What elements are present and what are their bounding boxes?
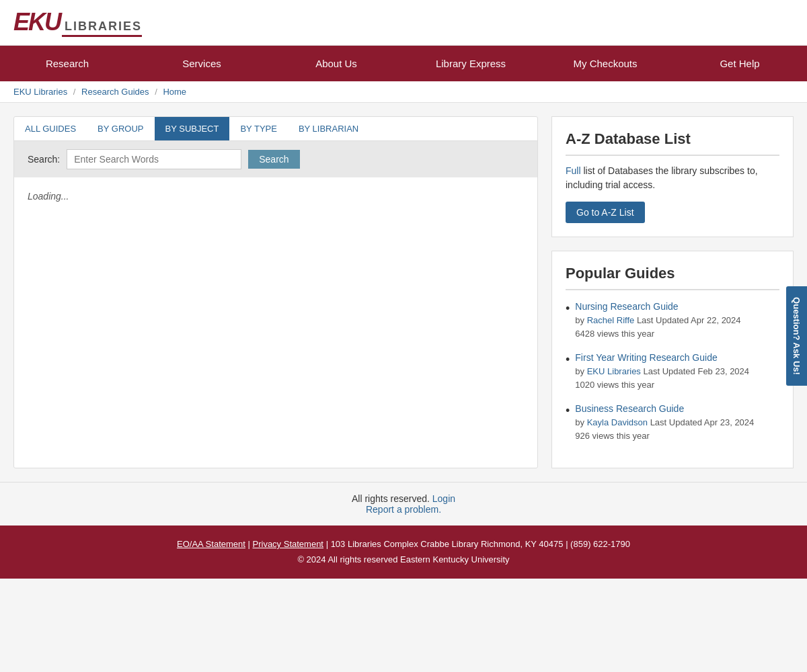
breadcrumb: EKU Libraries / Research Guides / Home (0, 81, 807, 103)
guide-author-writing[interactable]: EKU Libraries (587, 366, 641, 376)
guide-author-label-1: by (575, 315, 584, 325)
guide-author-business[interactable]: Kayla Davidson (587, 417, 648, 427)
az-list-button[interactable]: Go to A-Z List (566, 202, 645, 223)
az-database-full-link[interactable]: Full (566, 165, 581, 176)
guide-item-nursing: • Nursing Research Guide by Rachel Riffe… (566, 301, 779, 340)
guide-updated-business: Last Updated Apr 23, 2024 (650, 417, 755, 427)
nav-item-services[interactable]: Services (134, 46, 269, 81)
footer-eo-aa-link[interactable]: EO/AA Statement (177, 539, 245, 549)
guide-meta-writing: by EKU Libraries Last Updated Feb 23, 20… (575, 365, 749, 391)
az-database-desc: Full list of Databases the library subsc… (566, 164, 779, 192)
guide-item-business: • Business Research Guide by Kayla David… (566, 403, 779, 442)
footer-rights-text: All rights reserved. (352, 493, 430, 504)
guide-author-label-3: by (575, 417, 584, 427)
popular-guides-title: Popular Guides (566, 265, 779, 290)
logo-area: EKU LIBRARIES (13, 8, 142, 37)
search-bar: Search: Search (14, 141, 537, 177)
tab-by-librarian[interactable]: BY LIBRARIAN (288, 117, 369, 140)
footer-links: All rights reserved. Login Report a prob… (0, 482, 807, 526)
guide-content-business: Business Research Guide by Kayla Davidso… (575, 403, 754, 442)
guide-link-business[interactable]: Business Research Guide (575, 403, 754, 414)
breadcrumb-separator-1: / (73, 87, 78, 97)
tab-by-group[interactable]: BY GROUP (87, 117, 154, 140)
breadcrumb-eku-libraries[interactable]: EKU Libraries (13, 87, 67, 97)
nav-item-about-us[interactable]: About Us (269, 46, 404, 81)
ask-us-button[interactable]: Question? Ask Us! (786, 286, 807, 386)
logo-libraries: LIBRARIES (65, 19, 142, 34)
tab-all-guides[interactable]: ALL GUIDES (14, 117, 87, 140)
tab-by-type[interactable]: BY TYPE (229, 117, 287, 140)
guide-author-label-2: by (575, 366, 584, 376)
bullet-icon-1: • (566, 302, 570, 340)
search-label: Search: (28, 154, 60, 165)
footer-report-link[interactable]: Report a problem. (366, 504, 441, 515)
guide-link-nursing[interactable]: Nursing Research Guide (575, 301, 740, 312)
guide-views-business: 926 views this year (575, 431, 650, 441)
footer-address: 103 Libraries Complex Crabbe Library Ric… (331, 539, 630, 549)
guide-content-writing: First Year Writing Research Guide by EKU… (575, 352, 749, 391)
footer-copyright: © 2024 All rights reserved Eastern Kentu… (11, 552, 796, 567)
nav-item-my-checkouts[interactable]: My Checkouts (538, 46, 672, 81)
footer-privacy-link[interactable]: Privacy Statement (253, 539, 324, 549)
guide-meta-nursing: by Rachel Riffe Last Updated Apr 22, 202… (575, 314, 740, 340)
guide-author-nursing[interactable]: Rachel Riffe (587, 315, 635, 325)
tab-by-subject[interactable]: BY SUBJECT (155, 117, 230, 140)
footer-separator-2: | (326, 539, 331, 549)
az-database-section: A-Z Database List Full list of Databases… (551, 116, 794, 237)
search-input[interactable] (67, 149, 241, 169)
main-nav: Research Services About Us Library Expre… (0, 46, 807, 81)
az-database-title: A-Z Database List (566, 130, 779, 156)
guides-panel: ALL GUIDES BY GROUP BY SUBJECT BY TYPE B… (13, 116, 538, 468)
nav-item-library-express[interactable]: Library Express (404, 46, 538, 81)
right-panel: A-Z Database List Full list of Databases… (551, 116, 794, 468)
tabs-bar: ALL GUIDES BY GROUP BY SUBJECT BY TYPE B… (14, 117, 537, 141)
guide-link-writing[interactable]: First Year Writing Research Guide (575, 352, 749, 363)
breadcrumb-home[interactable]: Home (163, 87, 186, 97)
guide-views-writing: 1020 views this year (575, 380, 654, 390)
bullet-icon-2: • (566, 353, 570, 391)
guide-item-writing: • First Year Writing Research Guide by E… (566, 352, 779, 391)
footer-main: EO/AA Statement | Privacy Statement | 10… (0, 526, 807, 579)
popular-guides-section: Popular Guides • Nursing Research Guide … (551, 251, 794, 468)
guide-views-nursing: 6428 views this year (575, 329, 654, 339)
breadcrumb-separator-2: / (155, 87, 159, 97)
loading-indicator: Loading... (14, 177, 537, 215)
search-button[interactable]: Search (248, 150, 299, 169)
guide-updated-writing: Last Updated Feb 23, 2024 (644, 366, 750, 376)
footer-legal: EO/AA Statement | Privacy Statement | 10… (11, 536, 796, 552)
az-database-desc-rest: list of Databases the library subscribes… (566, 165, 758, 190)
guide-meta-business: by Kayla Davidson Last Updated Apr 23, 2… (575, 416, 754, 442)
site-header: EKU LIBRARIES (0, 0, 807, 46)
logo-eku: EKU (13, 8, 61, 36)
nav-item-get-help[interactable]: Get Help (672, 46, 807, 81)
footer-login-link[interactable]: Login (432, 493, 455, 504)
logo: EKU LIBRARIES (13, 8, 142, 37)
nav-item-research[interactable]: Research (0, 46, 134, 81)
bullet-icon-3: • (566, 404, 570, 442)
guide-content-nursing: Nursing Research Guide by Rachel Riffe L… (575, 301, 740, 340)
guide-updated-nursing: Last Updated Apr 22, 2024 (637, 315, 741, 325)
breadcrumb-research-guides[interactable]: Research Guides (81, 87, 149, 97)
footer-separator-1: | (248, 539, 253, 549)
